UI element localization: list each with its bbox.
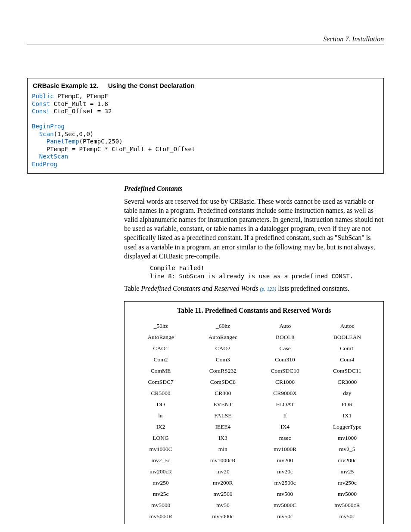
table-cell: mv200 xyxy=(254,455,316,466)
table-cell: ComME xyxy=(130,365,192,376)
table-cell: mv50c xyxy=(254,511,316,522)
table-row: _50hz_60hzAutoAutoc xyxy=(130,320,378,332)
code-text: PTempF = PTempC * CtoF_Mult + CtoF_Offse… xyxy=(32,146,195,152)
table-cell: Com3 xyxy=(192,354,254,365)
code-text: CtoF_Offset = 32 xyxy=(50,108,112,115)
table-cell: EVENT xyxy=(192,399,254,410)
table-cell: CAO2 xyxy=(192,343,254,354)
ref-text: lists predefined constants. xyxy=(276,285,349,292)
table-cell: AutoRange xyxy=(130,332,192,343)
table-cell: mv250 xyxy=(130,477,192,488)
table-cell: mv2_5 xyxy=(316,444,378,455)
table-cell: CAO1 xyxy=(130,343,192,354)
table-cell: Com1 xyxy=(316,343,378,354)
code-kw: Const xyxy=(32,100,50,107)
page-ref-link[interactable]: (p. 123) xyxy=(260,286,276,292)
table-cell: mv500 xyxy=(254,488,316,500)
code-kw: EndProg xyxy=(32,161,57,168)
table-cell: IX1 xyxy=(316,410,378,421)
table-row: CAO1CAO2CaseCom1 xyxy=(130,343,378,354)
code-text: PTempC, PTempF xyxy=(54,93,108,100)
table-cell: FOR xyxy=(316,399,378,410)
crbasic-example-box: CRBasic Example 12. Using the Const Decl… xyxy=(27,78,384,174)
table-cell: day xyxy=(316,388,378,399)
table-row: mv1000Cminmv1000Rmv2_5 xyxy=(130,444,378,455)
table-cell: _60hz xyxy=(192,320,254,332)
table-cell: mv2_5c xyxy=(130,455,192,466)
table-cell: min xyxy=(192,444,254,455)
table-cell: Auto xyxy=(254,320,316,332)
table-row: ComSDC7ComSDC8CR1000CR3000 xyxy=(130,376,378,388)
subsection-heading: Predefined Contants xyxy=(124,185,384,193)
table-cell: mv20c xyxy=(254,466,316,477)
table-cell: LoggerType xyxy=(316,421,378,432)
table-cell: Com310 xyxy=(254,354,316,365)
table-row: CR5000CR800CR9000Xday xyxy=(130,388,378,399)
page: Section 7. Installation CRBasic Example … xyxy=(0,0,411,532)
table-row: AutoRangeAutoRangecBOOL8BOOLEAN xyxy=(130,332,378,343)
table-cell: ComSDC7 xyxy=(130,376,192,388)
code-kw: NextScan xyxy=(32,153,68,160)
table-row: mv200cRmv20mv20cmv25 xyxy=(130,466,378,477)
table-row: mv250mv200Rmv2500cmv250c xyxy=(130,477,378,488)
table-cell: IEEE4 xyxy=(192,421,254,432)
table-cell: Com2 xyxy=(130,354,192,365)
table-cell: mv200c xyxy=(316,455,378,466)
table-cell: mv50c xyxy=(316,511,378,522)
table-cell: mv1000 xyxy=(316,432,378,444)
table-cell: mv5000 xyxy=(130,500,192,511)
table-cell: mv200R xyxy=(192,477,254,488)
ref-title: Predefined Constants and Reserved Words xyxy=(141,285,260,292)
table-cell: mv5000cR xyxy=(316,500,378,511)
table-cell: CR5000 xyxy=(130,388,192,399)
table-11: Table 11. Predefined Constants and Reser… xyxy=(124,301,384,524)
example-title: CRBasic Example 12. Using the Const Decl… xyxy=(28,78,383,91)
table-cell: mv5000C xyxy=(254,500,316,511)
table-cell: BOOLEAN xyxy=(316,332,378,343)
table-cell: mv1000cR xyxy=(192,455,254,466)
code-text: CtoF_Mult = 1.8 xyxy=(50,100,108,107)
code-kw: Public xyxy=(32,93,54,100)
table-cell: mv5000 xyxy=(316,488,378,500)
table-row: hrFALSEIfIX1 xyxy=(130,410,378,421)
table-cell: mv25c xyxy=(130,488,192,500)
table-cell: Com4 xyxy=(316,354,378,365)
table-cell: ComSDC11 xyxy=(316,365,378,376)
table-row: mv5000Rmv5000cmv50cmv50c xyxy=(130,511,378,522)
table-cell: mv1000C xyxy=(130,444,192,455)
running-header: Section 7. Installation xyxy=(27,35,384,44)
error-output: Compile Failed! line 8: SubScan is alrea… xyxy=(150,264,384,280)
table-row: mv2_5cmv1000cRmv200mv200c xyxy=(130,455,378,466)
ref-text: Table xyxy=(124,285,141,292)
table-cell: mv2500 xyxy=(192,488,254,500)
table-cell: ComSDC8 xyxy=(192,376,254,388)
table-cell: _50hz xyxy=(130,320,192,332)
error-line: Compile Failed! xyxy=(150,264,204,271)
table-cell: ComSDC10 xyxy=(254,365,316,376)
table-cell: mv20 xyxy=(192,466,254,477)
code-kw: BeginProg xyxy=(32,123,65,130)
code-text: (1,Sec,0,0) xyxy=(54,131,94,137)
table-row: LONGIX3msecmv1000 xyxy=(130,432,378,444)
table-cell: DO xyxy=(130,399,192,410)
table-cell: mv5000c xyxy=(192,511,254,522)
table-cell: mv200cR xyxy=(130,466,192,477)
table-cell: AutoRangec xyxy=(192,332,254,343)
table-cell: CR3000 xyxy=(316,376,378,388)
table-cell: mv1000R xyxy=(254,444,316,455)
code-kw: Scan xyxy=(32,131,54,137)
table-cell: hr xyxy=(130,410,192,421)
code-kw: PanelTemp xyxy=(32,138,79,145)
table-row: mv25cmv2500mv500mv5000 xyxy=(130,488,378,500)
table-cell: mv25 xyxy=(316,466,378,477)
table-cell: IX3 xyxy=(192,432,254,444)
table-row: mv5000mv50mv5000Cmv5000cR xyxy=(130,500,378,511)
error-line: line 8: SubScan is already is use as a p… xyxy=(150,273,353,280)
code-text xyxy=(32,115,35,122)
table-cell: CR9000X xyxy=(254,388,316,399)
table-cell: Autoc xyxy=(316,320,378,332)
table-cell: mv250c xyxy=(316,477,378,488)
table-cell: FLOAT xyxy=(254,399,316,410)
code-kw: Const xyxy=(32,108,50,115)
constants-grid: _50hz_60hzAutoAutocAutoRangeAutoRangecBO… xyxy=(130,320,378,522)
